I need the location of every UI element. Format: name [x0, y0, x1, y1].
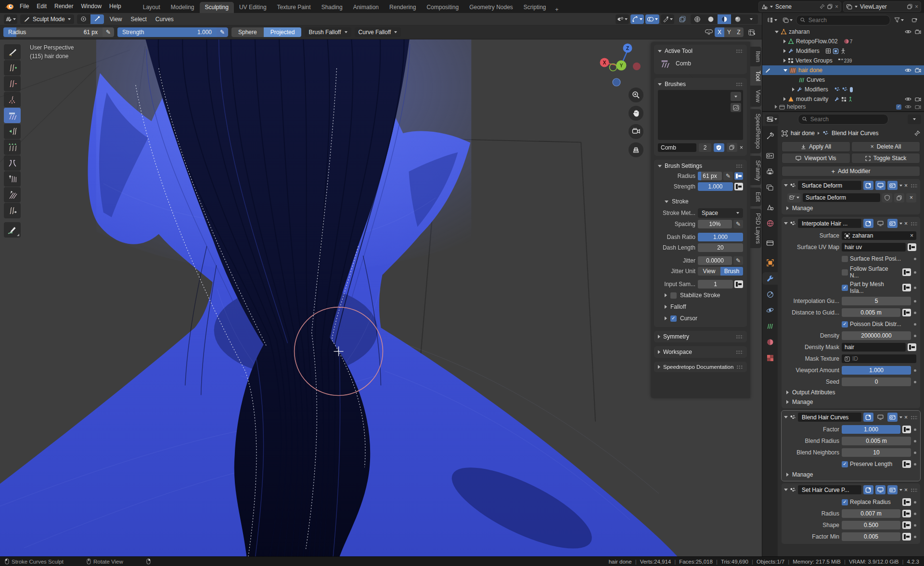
collapse-icon[interactable] — [784, 184, 788, 187]
menu-edit[interactable]: Edit — [33, 0, 51, 13]
strength-slider[interactable]: 1.000 — [698, 182, 733, 191]
input-icon[interactable] — [902, 284, 911, 291]
dash-length-field[interactable]: 20 — [698, 243, 743, 252]
spacing-slider[interactable]: 10% — [698, 220, 732, 228]
outliner-filter-button[interactable] — [892, 15, 906, 25]
manage-section[interactable]: Manage — [782, 203, 920, 213]
add-modifier-button[interactable]: +Add Modifier — [782, 166, 920, 176]
brush-users-count[interactable]: 2 — [699, 143, 711, 152]
input-icon[interactable] — [902, 498, 911, 506]
axis-neg-x-handle[interactable] — [633, 63, 641, 70]
zoom-button[interactable] — [629, 88, 643, 102]
factor-min-field[interactable]: 0.005 — [842, 532, 900, 541]
jitter-unit-brush-button[interactable]: Brush — [720, 267, 743, 276]
drag-grip-icon[interactable] — [911, 415, 918, 419]
render-toggle[interactable] — [887, 181, 898, 190]
brush-settings-header[interactable]: Brush Settings — [654, 161, 747, 171]
tab-object-properties[interactable] — [762, 256, 778, 269]
speedretopo-panel[interactable]: Speedretopo Documentation — [654, 362, 747, 372]
animate-dot-icon[interactable] — [914, 463, 916, 465]
tab-tool-properties[interactable] — [762, 130, 778, 142]
outliner-row-mouth-cavity[interactable]: mouth cavity — [762, 94, 924, 104]
compositor-button[interactable] — [676, 14, 689, 24]
remove-modifier-icon[interactable]: × — [904, 221, 908, 226]
sidebar-tab-edit[interactable]: Edit — [750, 188, 761, 206]
tab-scripting[interactable]: Scripting — [518, 2, 552, 13]
properties-display-button[interactable] — [765, 114, 779, 124]
part-by-islands-checkbox[interactable]: ✓ — [842, 285, 848, 291]
outliner-row-retopoflow[interactable]: RetopoFlow.002 7 — [762, 37, 924, 46]
stabilize-checkbox[interactable] — [670, 292, 677, 299]
brush-image-button[interactable] — [731, 103, 741, 112]
hide-eye-icon[interactable] — [905, 104, 911, 109]
animate-dot-icon[interactable] — [914, 452, 916, 454]
realtime-toggle[interactable] — [875, 485, 886, 494]
surface-object-field[interactable]: zaharan × — [842, 231, 916, 240]
tab-scene-properties[interactable] — [762, 201, 778, 214]
shading-material-button[interactable] — [718, 14, 731, 24]
input-samples-field[interactable]: 1 — [698, 280, 733, 289]
realtime-toggle[interactable] — [875, 181, 886, 190]
output-attributes-section[interactable]: Output Attributes — [782, 388, 920, 397]
blend-neighbors-field[interactable]: 10 — [842, 448, 911, 457]
fade-geometry-button[interactable] — [661, 14, 674, 24]
outliner-row-zaharan[interactable]: zaharan — [762, 27, 924, 37]
outliner-search[interactable] — [796, 15, 890, 25]
viewport-amount-slider[interactable]: 1.000 — [842, 366, 911, 375]
sidebar-tab-view[interactable]: View — [750, 86, 761, 107]
animate-dot-icon[interactable] — [914, 440, 916, 442]
editmode-toggle[interactable] — [863, 485, 873, 494]
tool-snake-hook-button[interactable] — [4, 124, 21, 139]
show-visibility-button[interactable] — [616, 14, 629, 24]
tab-collection-properties[interactable] — [762, 237, 778, 249]
unlink-brush-icon[interactable]: × — [740, 145, 743, 151]
manage-section[interactable]: Manage — [782, 470, 920, 479]
input-icon[interactable] — [902, 510, 911, 517]
extras-dropdown-icon[interactable] — [899, 416, 902, 418]
axis-neg-z-handle[interactable] — [613, 78, 620, 86]
expand-icon[interactable] — [783, 59, 786, 63]
editmode-toggle[interactable] — [863, 219, 873, 228]
menu-help[interactable]: Help — [105, 0, 125, 13]
viewlayer-selector[interactable]: ViewLayer × — [843, 1, 921, 12]
viewport-3d[interactable]: User Perspective (115) hair done — [0, 39, 762, 556]
menu-view[interactable]: View — [107, 16, 125, 23]
camera-view-button[interactable] — [629, 124, 643, 139]
jitter-unit-view-button[interactable]: View — [698, 267, 720, 276]
disable-render-camera-icon[interactable] — [915, 68, 921, 73]
breadcrumb-modifier[interactable]: Blend Hair Curves — [832, 130, 878, 137]
tab-data-properties[interactable] — [762, 320, 778, 332]
expand-icon[interactable] — [792, 88, 795, 91]
distance-field[interactable]: 0.005 m — [842, 308, 900, 317]
tab-geometry-nodes[interactable]: Geometry Nodes — [464, 2, 518, 13]
jitter-slider[interactable]: 0.0000 — [698, 256, 732, 265]
realtime-toggle[interactable] — [875, 219, 886, 228]
fake-user-button[interactable] — [714, 143, 724, 152]
pin-icon[interactable] — [914, 130, 920, 136]
menu-render[interactable]: Render — [51, 0, 77, 13]
guides-field[interactable]: 5 — [842, 297, 911, 305]
tool-add-button[interactable] — [4, 60, 21, 75]
shading-rendered-button[interactable] — [731, 14, 744, 24]
expand-icon[interactable] — [783, 97, 786, 101]
tab-particle-properties[interactable] — [762, 288, 778, 301]
active-tool-header[interactable]: Active Tool — [654, 46, 747, 56]
curve-falloff-dropdown[interactable]: Curve Falloff — [355, 27, 401, 37]
uv-map-field[interactable]: hair uv — [842, 243, 906, 252]
seed-field[interactable]: 0 — [842, 377, 911, 386]
node-group-browse-button[interactable] — [787, 193, 801, 202]
radius-pressure-icon[interactable]: ✎ — [103, 27, 114, 37]
breadcrumb-object[interactable]: hair done — [791, 130, 815, 137]
outliner-row-vertex-groups[interactable]: Vertex Groups 239 — [762, 56, 924, 65]
disable-render-camera-icon[interactable] — [915, 29, 921, 34]
expand-icon[interactable] — [783, 49, 786, 53]
dash-ratio-slider[interactable]: 1.000 — [698, 233, 743, 241]
tab-modeling[interactable]: Modeling — [166, 2, 200, 13]
scene-selector[interactable]: Scene × — [758, 1, 841, 12]
falloff-sphere-button[interactable]: Sphere — [231, 27, 264, 37]
sidebar-tab-tool[interactable]: Tool — [750, 66, 761, 86]
input-icon[interactable] — [908, 343, 916, 351]
remove-viewlayer-icon[interactable]: × — [915, 4, 918, 10]
tool-selection-paint-button[interactable] — [4, 44, 21, 60]
drag-grip-icon[interactable] — [911, 184, 918, 188]
